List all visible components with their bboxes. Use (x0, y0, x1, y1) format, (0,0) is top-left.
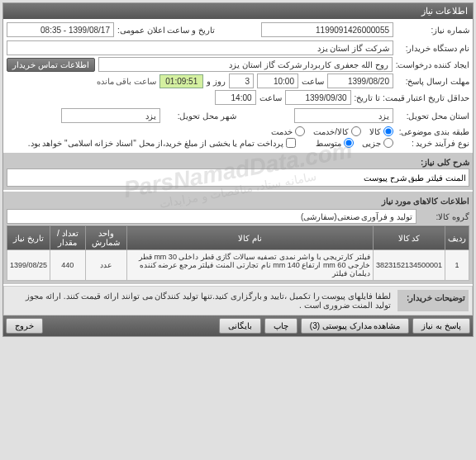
th-qty: تعداد / مقدار (50, 226, 86, 250)
goods-group-label: گروه کالا: (420, 212, 469, 221)
print-button[interactable]: چاپ (264, 318, 298, 334)
deadline-time: 10:00 (257, 74, 298, 88)
category-service-radio[interactable] (295, 126, 305, 136)
announce-label: تاریخ و ساعت اعلان عمومی: (117, 26, 215, 35)
buyer-value: شرکت گاز استان یزد (7, 40, 393, 55)
validity-time: 14:00 (215, 90, 256, 105)
attachments-button[interactable]: مشاهده مدارک پیوستی (3) (301, 318, 410, 334)
purchase-type-label: نوع فرآیند خرید : (397, 139, 469, 148)
announce-value: 1399/08/17 - 08:35 (7, 22, 114, 37)
category-kala-service[interactable]: کالا/خدمت (313, 126, 361, 136)
th-date: تاریخ نیاز (7, 226, 50, 250)
table-row[interactable]: 1 3823152134500001 فیلتر کارتریجی با واش… (7, 250, 469, 281)
th-code: کد کالا (373, 226, 445, 250)
pt-medium-radio[interactable] (344, 138, 354, 148)
td-unit: عدد (85, 250, 127, 281)
category-service[interactable]: خدمت (271, 126, 305, 136)
td-qty: 440 (50, 250, 86, 281)
td-date: 1399/08/25 (7, 250, 50, 281)
time-label-2: ساعت (259, 93, 282, 102)
category-kala[interactable]: کالا (369, 126, 393, 136)
treasury-checkbox[interactable] (286, 138, 296, 148)
goods-group-value: تولید و فرآوری صنعتی(سفارشی) (7, 209, 416, 224)
validity-date: 1399/09/30 (285, 90, 351, 105)
need-desc-title: شرح کلی نیاز: (7, 156, 469, 168)
buyer-notes-content: لطفا فایلهای پیوست را تکمیل ،تایید و بار… (7, 290, 393, 311)
need-desc-input[interactable] (7, 168, 469, 187)
validity-label: حداقل تاریخ اعتبار قیمت: تا تاریخ: (355, 93, 469, 102)
save-button[interactable]: بایگانی (219, 318, 261, 334)
province-value: یزد (294, 108, 393, 123)
category-radio-group: کالا کالا/خدمت خدمت (271, 126, 393, 136)
th-row: ردیف (445, 226, 469, 250)
respond-button[interactable]: پاسخ به نیاز (412, 318, 470, 334)
goods-table: ردیف کد کالا نام کالا واحد شمارش تعداد /… (7, 225, 469, 281)
deadline-label: مهلت ارسال پاسخ: (397, 77, 469, 86)
countdown-timer: 01:09:51 (159, 74, 203, 88)
th-name: نام کالا (127, 226, 374, 250)
pt-small[interactable]: جزیی (362, 138, 393, 148)
creator-label: ایجاد کننده درخواست: (396, 60, 469, 69)
th-unit: واحد شمارش (85, 226, 127, 250)
creator-value: روح الله جعفری کاربردار شرکت گاز استان ی… (98, 57, 393, 72)
td-name: فیلتر کارتریجی با واشر نمدی تصفیه سیالات… (127, 250, 374, 281)
province-label: استان محل تحویل: (397, 111, 469, 121)
buyer-label: نام دستگاه خریدار: (397, 44, 469, 53)
td-code: 3823152134500001 (373, 250, 445, 281)
footer-toolbar: پاسخ به نیاز مشاهده مدارک پیوستی (3) چاپ… (3, 315, 473, 336)
exit-button[interactable]: خروج (6, 318, 43, 334)
need-number-label: شماره نیاز: (397, 26, 469, 35)
goods-info-title: اطلاعات کالاهای مورد نیاز (7, 195, 469, 207)
days-value: 3 (229, 74, 254, 88)
city-value: یزد (61, 108, 160, 123)
treasury-checkbox-item[interactable]: پرداخت تمام یا بخشی از مبلغ خرید،از محل … (28, 138, 296, 148)
category-label: طبقه بندی موضوعی: (397, 127, 469, 136)
deadline-date: 1399/08/20 (327, 74, 393, 88)
category-kala-service-radio[interactable] (351, 126, 361, 136)
td-row: 1 (445, 250, 469, 281)
need-number-value: 1199091426000055 (261, 22, 393, 37)
days-label: روز و (207, 77, 226, 86)
purchase-type-group: جزیی متوسط (316, 138, 393, 148)
category-kala-radio[interactable] (383, 126, 393, 136)
time-label-1: ساعت (302, 77, 324, 86)
pt-medium[interactable]: متوسط (316, 138, 354, 148)
buyer-notes-label: توضیحات خریدار: (397, 290, 469, 311)
panel-title: اطلاعات نیاز (3, 3, 473, 19)
city-label: شهر محل تحویل: (164, 111, 236, 121)
contact-info-button[interactable]: اطلاعات تماس خریدار (7, 58, 95, 72)
remaining-label: ساعت باقی مانده (97, 77, 157, 86)
pt-small-radio[interactable] (383, 138, 393, 148)
